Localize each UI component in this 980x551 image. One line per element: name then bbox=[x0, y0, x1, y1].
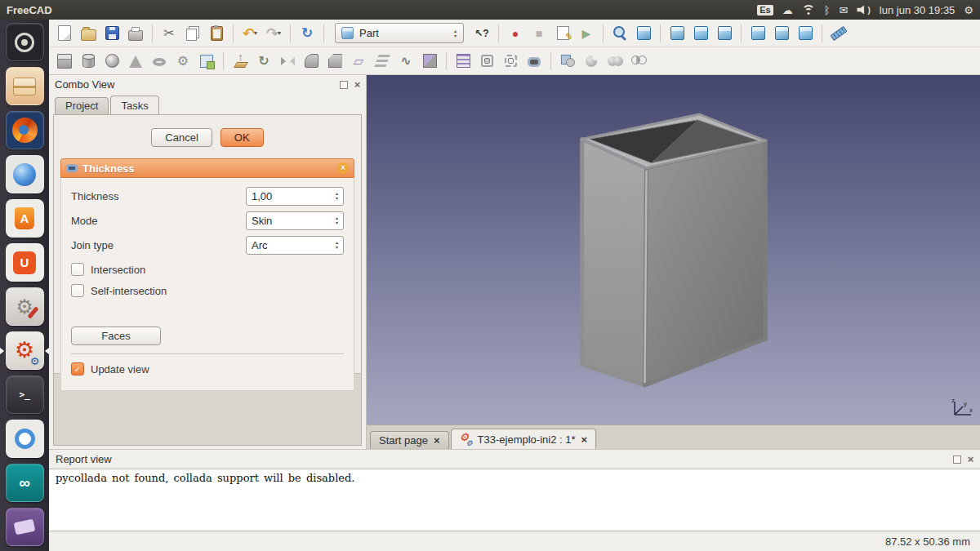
print-button[interactable] bbox=[125, 23, 146, 44]
update-view-checkbox[interactable]: ✓ bbox=[71, 362, 84, 375]
copy-button[interactable] bbox=[182, 23, 203, 44]
macro-record-button[interactable]: ● bbox=[505, 23, 526, 44]
launcher-item-files[interactable] bbox=[6, 67, 44, 105]
save-file-button[interactable] bbox=[101, 23, 122, 44]
faces-button[interactable]: Faces bbox=[71, 327, 161, 345]
mode-select-arrows[interactable]: ▴▾ bbox=[331, 212, 343, 229]
part-mirror-button[interactable] bbox=[277, 51, 298, 72]
wifi-icon[interactable] bbox=[802, 5, 815, 15]
part-box-button[interactable] bbox=[54, 51, 75, 72]
undo-button[interactable]: ↶▾ bbox=[239, 23, 261, 44]
keyboard-layout-indicator[interactable]: Es bbox=[757, 5, 773, 16]
launcher-item-system-settings[interactable] bbox=[6, 287, 44, 326]
launcher-item-arduino[interactable]: ∞ bbox=[6, 464, 44, 502]
tab-document[interactable]: T33-ejemplo-ini2 : 1*× bbox=[451, 429, 597, 449]
part-chamfer-button[interactable] bbox=[324, 51, 345, 72]
mail-icon[interactable]: ✉ bbox=[840, 5, 849, 16]
part-cylinder-button[interactable] bbox=[78, 51, 99, 72]
cut-button[interactable]: ✂ bbox=[158, 23, 180, 44]
part-section-button[interactable] bbox=[419, 51, 440, 72]
clock[interactable]: lun jun 30 19:35 bbox=[880, 4, 956, 16]
session-gear-icon[interactable]: ⚙ bbox=[964, 5, 973, 16]
launcher-item-dash-home[interactable] bbox=[6, 23, 44, 61]
redo-dropdown-arrow[interactable]: ▾ bbox=[278, 30, 281, 37]
tab-tasks[interactable]: Tasks bbox=[110, 96, 158, 114]
workbench-dropdown-arrows[interactable]: ▴▾ bbox=[449, 24, 461, 42]
launcher-item-software-center[interactable]: A bbox=[6, 199, 44, 238]
part-sphere-button[interactable] bbox=[101, 51, 122, 72]
tab-start-page-close-icon[interactable]: × bbox=[434, 434, 440, 447]
part-sweep-button[interactable]: ∿ bbox=[395, 51, 416, 72]
part-thickness-button[interactable] bbox=[523, 51, 545, 72]
macro-stop-button[interactable]: ■ bbox=[528, 23, 550, 44]
part-create-primitives-button[interactable]: ⚙ bbox=[172, 51, 194, 72]
part-cone-button[interactable] bbox=[125, 51, 146, 72]
part-shape-builder-button[interactable] bbox=[196, 51, 217, 72]
open-file-button[interactable] bbox=[78, 23, 99, 44]
mode-select[interactable]: Skin▴▾ bbox=[246, 211, 344, 230]
part-loft-button[interactable] bbox=[372, 51, 393, 72]
report-close-icon[interactable]: × bbox=[967, 454, 973, 464]
3d-scene-area[interactable]: z y x bbox=[367, 75, 980, 424]
part-union-button[interactable] bbox=[604, 51, 626, 72]
part-extrude-button[interactable] bbox=[229, 51, 251, 72]
close-panel-icon[interactable]: × bbox=[354, 79, 360, 90]
thickness-input[interactable]: 1,00▴▾ bbox=[246, 187, 344, 206]
model-front-face[interactable] bbox=[582, 139, 647, 385]
tab-start-page[interactable]: Start page× bbox=[370, 431, 449, 449]
part-ruled-surface-button[interactable]: ▱ bbox=[348, 51, 369, 72]
refresh-button[interactable]: ↻ bbox=[296, 23, 318, 44]
undo-dropdown-arrow[interactable]: ▾ bbox=[254, 30, 257, 37]
join-type-select[interactable]: Arc▴▾ bbox=[246, 236, 344, 255]
launcher-item-freecad[interactable] bbox=[6, 331, 44, 370]
join-type-select-arrows[interactable]: ▴▾ bbox=[331, 237, 343, 254]
volume-icon[interactable]: ) bbox=[857, 5, 870, 15]
part-boolean-button[interactable] bbox=[557, 51, 578, 72]
thickness-input-arrows[interactable]: ▴▾ bbox=[331, 188, 343, 205]
part-cut-button[interactable] bbox=[581, 51, 602, 72]
view-front-button[interactable] bbox=[666, 23, 688, 44]
whats-this-button[interactable]: ↖? bbox=[471, 23, 492, 44]
view-top-button[interactable] bbox=[690, 23, 711, 44]
report-float-icon[interactable] bbox=[953, 455, 961, 464]
launcher-item-purple-app[interactable] bbox=[6, 508, 44, 546]
launcher-item-firefox[interactable] bbox=[6, 111, 44, 149]
macro-edit-button[interactable] bbox=[552, 23, 573, 44]
launcher-item-terminal[interactable]: >_ bbox=[6, 375, 44, 414]
view-left-button[interactable] bbox=[795, 23, 816, 44]
part-revolve-button[interactable]: ↻ bbox=[253, 51, 274, 72]
new-file-button[interactable] bbox=[54, 23, 75, 44]
intersection-checkbox[interactable] bbox=[71, 263, 84, 276]
part-cross-sections-button[interactable] bbox=[452, 51, 474, 72]
launcher-item-blue-app[interactable] bbox=[6, 155, 44, 193]
macro-execute-button[interactable]: ▶ bbox=[576, 23, 597, 44]
measure-linear-button[interactable] bbox=[828, 23, 849, 44]
section-close-icon[interactable]: × bbox=[337, 162, 349, 174]
cloud-icon[interactable]: ☁ bbox=[782, 5, 793, 16]
float-panel-icon[interactable] bbox=[340, 81, 348, 89]
part-common-button[interactable] bbox=[628, 51, 649, 72]
open-box-model[interactable] bbox=[582, 114, 766, 385]
workbench-selector[interactable]: Part▴▾ bbox=[335, 23, 464, 43]
part-offset-3d-button[interactable] bbox=[476, 51, 497, 72]
launcher-item-ubuntu-software[interactable]: U bbox=[6, 243, 44, 282]
cancel-button[interactable]: Cancel bbox=[151, 128, 212, 147]
tab-document-close-icon[interactable]: × bbox=[581, 433, 588, 446]
view-rear-button[interactable] bbox=[747, 23, 768, 44]
bluetooth-icon[interactable]: ᛒ bbox=[824, 5, 831, 16]
launcher-item-chromium[interactable] bbox=[6, 420, 44, 458]
redo-button[interactable]: ↷▾ bbox=[263, 23, 284, 44]
ok-button[interactable]: OK bbox=[220, 128, 264, 147]
view-axonometric-button[interactable] bbox=[633, 23, 654, 44]
3d-scene[interactable] bbox=[367, 75, 980, 424]
part-torus-button[interactable] bbox=[149, 51, 170, 72]
report-view-content[interactable]: pycollada not found, collada support wil… bbox=[49, 469, 980, 531]
tab-project[interactable]: Project bbox=[55, 97, 109, 114]
3d-viewport[interactable]: z y x Start page×T33-ejemplo-ini2 : 1*× bbox=[367, 75, 980, 449]
fit-all-button[interactable] bbox=[609, 23, 630, 44]
view-bottom-button[interactable] bbox=[771, 23, 792, 44]
part-fillet-button[interactable] bbox=[301, 51, 322, 72]
part-offset-2d-button[interactable] bbox=[500, 51, 521, 72]
thickness-section-header[interactable]: Thickness × bbox=[60, 158, 354, 178]
self-intersection-checkbox[interactable] bbox=[71, 284, 84, 297]
